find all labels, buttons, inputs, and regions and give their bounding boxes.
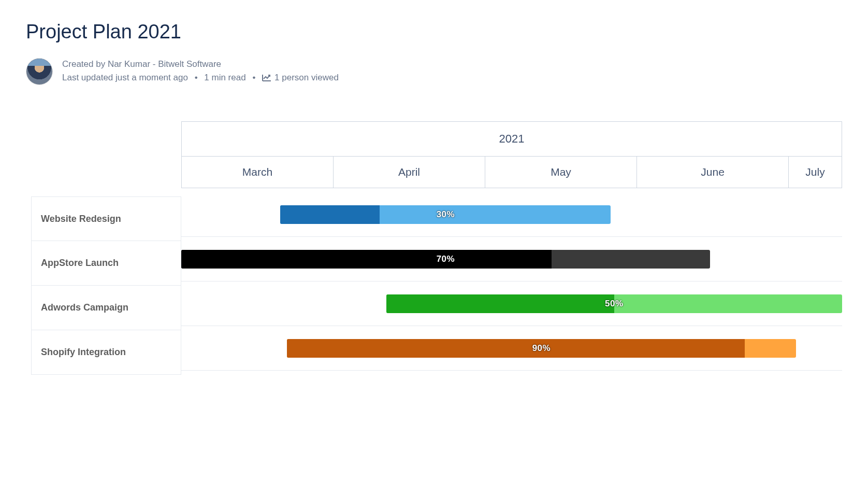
gantt-month-header: June: [637, 157, 789, 188]
gantt-year-label: 2021: [182, 122, 842, 157]
gantt-task-row: 90%: [181, 326, 842, 371]
read-time: 1 min read: [204, 73, 245, 82]
gantt-task-row: 50%: [181, 281, 842, 326]
page-title: Project Plan 2021: [26, 21, 842, 43]
gantt-task-label: Shopify Integration: [31, 330, 181, 375]
gantt-bar[interactable]: 30%: [280, 205, 611, 224]
gantt-task-row: 30%: [181, 192, 842, 237]
created-by-prefix: Created by: [62, 59, 108, 69]
last-updated: Last updated just a moment ago: [62, 73, 188, 82]
author-avatar[interactable]: [26, 58, 53, 85]
gantt-chart: Website RedesignAppStore LaunchAdwords C…: [31, 121, 842, 375]
gantt-task-row: 70%: [181, 237, 842, 281]
gantt-month-header: April: [334, 157, 485, 188]
gantt-bar[interactable]: 70%: [181, 250, 710, 269]
view-count[interactable]: 1 person viewed: [274, 73, 339, 82]
gantt-bar-progress-label: 30%: [280, 205, 611, 224]
separator-dot: •: [252, 73, 255, 82]
gantt-month-header: March: [182, 157, 334, 188]
gantt-task-label: Adwords Campaign: [31, 286, 181, 330]
analytics-icon: [262, 72, 271, 86]
gantt-timeline-header: 2021 MarchAprilMayJuneJuly: [181, 121, 842, 188]
gantt-task-label: AppStore Launch: [31, 241, 181, 286]
gantt-bar[interactable]: 90%: [287, 339, 796, 358]
byline: Created by Nar Kumar - Bitwelt Software …: [26, 58, 842, 85]
gantt-month-header: May: [485, 157, 637, 188]
gantt-bar[interactable]: 50%: [386, 294, 842, 313]
author-name[interactable]: Nar Kumar - Bitwelt Software: [108, 59, 221, 69]
gantt-bar-progress-label: 70%: [181, 250, 710, 269]
gantt-month-header: July: [789, 157, 842, 188]
gantt-bar-progress-label: 50%: [386, 294, 842, 313]
gantt-task-label: Website Redesign: [31, 196, 181, 241]
separator-dot: •: [195, 73, 198, 82]
gantt-bar-progress-label: 90%: [287, 339, 796, 358]
